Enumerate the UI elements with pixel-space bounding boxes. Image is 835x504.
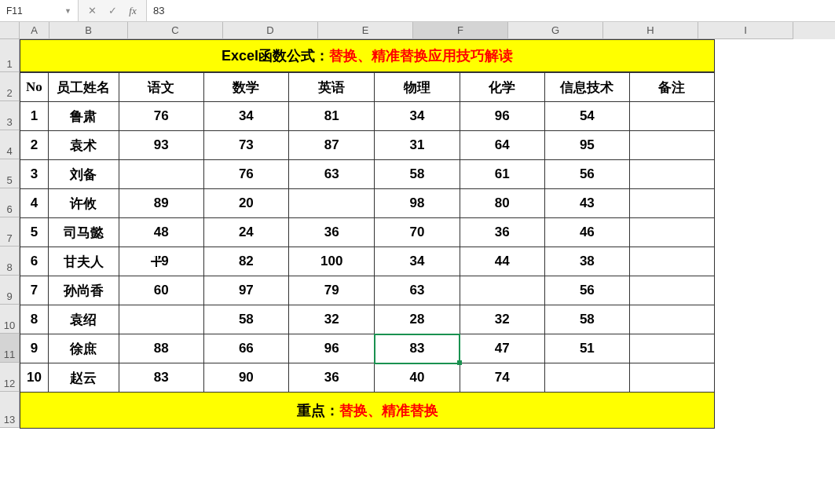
- col-header-B[interactable]: B: [49, 22, 128, 39]
- cell[interactable]: 1: [20, 102, 49, 131]
- header-it[interactable]: 信息技术: [544, 73, 629, 102]
- cell[interactable]: 8: [20, 305, 49, 334]
- row-header-8[interactable]: 8: [0, 247, 20, 276]
- cell[interactable]: 66: [203, 334, 288, 363]
- col-header-E[interactable]: E: [318, 22, 413, 39]
- cell[interactable]: 5: [20, 218, 49, 247]
- name-box-dropdown-icon[interactable]: ▼: [64, 7, 71, 15]
- row-header-13[interactable]: 13: [0, 392, 20, 428]
- cell[interactable]: 袁绍: [48, 305, 119, 334]
- cell[interactable]: [460, 276, 544, 305]
- cell[interactable]: [629, 334, 714, 363]
- cell[interactable]: 43: [544, 189, 629, 218]
- cell[interactable]: 24: [203, 218, 288, 247]
- cell[interactable]: 82: [203, 247, 288, 276]
- col-header-C[interactable]: C: [128, 22, 223, 39]
- cell[interactable]: 58: [203, 305, 288, 334]
- cell[interactable]: 96: [460, 102, 544, 131]
- row-header-2[interactable]: 2: [0, 72, 20, 101]
- cell[interactable]: 83: [375, 334, 460, 363]
- cells-area[interactable]: Excel函数公式：替换、精准替换应用技巧解读 No 员工姓名 语文 数学 英语…: [20, 39, 715, 429]
- cell[interactable]: 46: [544, 218, 629, 247]
- footer-merged-cell[interactable]: 重点：替换、精准替换: [20, 393, 715, 429]
- cell[interactable]: 司马懿: [48, 218, 119, 247]
- cell[interactable]: 甘夫人: [48, 247, 119, 276]
- cell[interactable]: [629, 276, 714, 305]
- cell[interactable]: 81: [288, 102, 374, 131]
- col-header-A[interactable]: A: [20, 22, 49, 39]
- cell[interactable]: 56: [544, 160, 629, 189]
- col-header-G[interactable]: G: [508, 22, 603, 39]
- cell[interactable]: 40: [375, 363, 460, 393]
- cell[interactable]: 88: [119, 334, 203, 363]
- cell[interactable]: 63: [375, 276, 460, 305]
- row-header-5[interactable]: 5: [0, 159, 20, 188]
- cell[interactable]: 34: [375, 102, 460, 131]
- cell[interactable]: 刘备: [48, 160, 119, 189]
- cell[interactable]: [544, 363, 629, 393]
- cell[interactable]: 76: [203, 160, 288, 189]
- cell[interactable]: 58: [544, 305, 629, 334]
- col-header-H[interactable]: H: [603, 22, 698, 39]
- col-header-F[interactable]: F: [413, 22, 508, 39]
- cell[interactable]: 3: [20, 160, 49, 189]
- cell[interactable]: 36: [288, 218, 374, 247]
- cell[interactable]: 100: [288, 247, 374, 276]
- enter-button[interactable]: ✓: [102, 0, 123, 21]
- cell[interactable]: 44: [460, 247, 544, 276]
- cell[interactable]: 20: [203, 189, 288, 218]
- cell[interactable]: 48: [119, 218, 203, 247]
- row-header-4[interactable]: 4: [0, 130, 20, 159]
- row-header-9[interactable]: 9: [0, 276, 20, 305]
- cell[interactable]: 58: [375, 160, 460, 189]
- cell[interactable]: 32: [288, 305, 374, 334]
- cell[interactable]: 90: [203, 363, 288, 393]
- cell[interactable]: [629, 305, 714, 334]
- cell[interactable]: 32: [460, 305, 544, 334]
- header-chinese[interactable]: 语文: [119, 73, 203, 102]
- header-name[interactable]: 员工姓名: [48, 73, 119, 102]
- row-header-6[interactable]: 6: [0, 188, 20, 217]
- cell[interactable]: [119, 160, 203, 189]
- cell[interactable]: [629, 102, 714, 131]
- row-header-3[interactable]: 3: [0, 101, 20, 130]
- select-all-corner[interactable]: [0, 22, 20, 39]
- cell[interactable]: [119, 305, 203, 334]
- cell[interactable]: 7: [20, 276, 49, 305]
- row-header-11[interactable]: 11: [0, 334, 20, 363]
- cell[interactable]: [629, 218, 714, 247]
- cell[interactable]: 54: [544, 102, 629, 131]
- cell[interactable]: [629, 131, 714, 160]
- row-header-12[interactable]: 12: [0, 363, 20, 392]
- cell[interactable]: 96: [288, 334, 374, 363]
- cell[interactable]: 79: [119, 247, 203, 276]
- row-header-10[interactable]: 10: [0, 305, 20, 334]
- header-english[interactable]: 英语: [288, 73, 374, 102]
- insert-function-button[interactable]: fx: [123, 0, 143, 21]
- cell[interactable]: 31: [375, 131, 460, 160]
- cell[interactable]: 袁术: [48, 131, 119, 160]
- cell[interactable]: 63: [288, 160, 374, 189]
- cell[interactable]: 76: [119, 102, 203, 131]
- name-box[interactable]: F11 ▼: [0, 0, 79, 21]
- cell[interactable]: 56: [544, 276, 629, 305]
- header-physics[interactable]: 物理: [375, 73, 460, 102]
- cell[interactable]: 34: [375, 247, 460, 276]
- cell[interactable]: [629, 160, 714, 189]
- cell[interactable]: 34: [203, 102, 288, 131]
- row-header-1[interactable]: 1: [0, 39, 20, 72]
- title-merged-cell[interactable]: Excel函数公式：替换、精准替换应用技巧解读: [20, 39, 715, 72]
- cell[interactable]: 孙尚香: [48, 276, 119, 305]
- cell[interactable]: 93: [119, 131, 203, 160]
- cell[interactable]: 4: [20, 189, 49, 218]
- col-header-D[interactable]: D: [223, 22, 318, 39]
- cell[interactable]: 83: [119, 363, 203, 393]
- cell[interactable]: 73: [203, 131, 288, 160]
- cell[interactable]: 鲁肃: [48, 102, 119, 131]
- cell[interactable]: [629, 363, 714, 393]
- formula-input[interactable]: 83: [147, 0, 835, 21]
- cell[interactable]: 95: [544, 131, 629, 160]
- cell[interactable]: 61: [460, 160, 544, 189]
- cell[interactable]: 徐庶: [48, 334, 119, 363]
- header-math[interactable]: 数学: [203, 73, 288, 102]
